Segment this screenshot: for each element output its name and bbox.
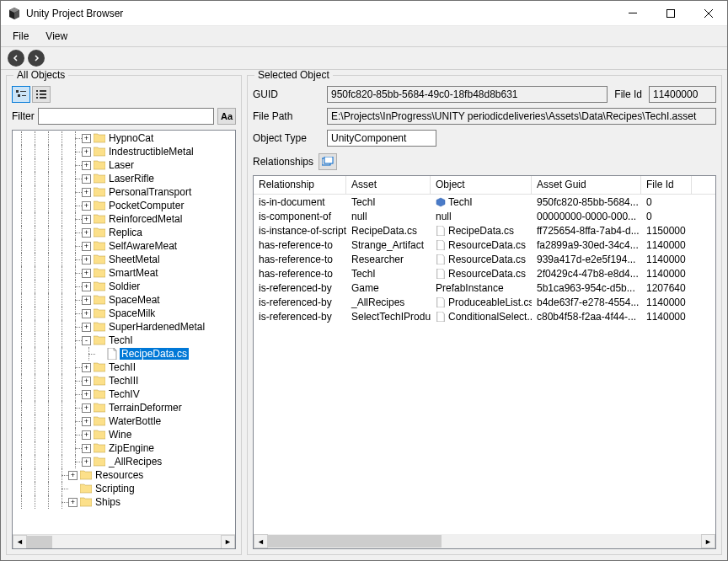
table-body[interactable]: is-in-documentTechITechI950fc820-85bb-56… (254, 195, 715, 534)
expand-icon[interactable]: + (82, 282, 91, 291)
svg-rect-11 (36, 90, 38, 92)
tree-row[interactable]: +Replica (13, 226, 235, 239)
expand-icon[interactable]: + (82, 309, 91, 318)
table-row[interactable]: has-reference-toResearcherResourceData.c… (254, 252, 715, 266)
tree-row[interactable]: +TechII (13, 361, 235, 374)
object-tree[interactable]: +HypnoCat+IndestructibleMetal+Laser+Lase… (13, 131, 235, 534)
menu-file[interactable]: File (4, 28, 37, 45)
expand-icon[interactable]: + (82, 242, 91, 251)
expand-icon[interactable]: + (82, 457, 91, 467)
tree-row[interactable]: +SheetMetal (13, 253, 235, 266)
table-row[interactable]: is-in-documentTechITechI950fc820-85bb-56… (254, 195, 715, 209)
expand-icon[interactable]: + (68, 498, 78, 507)
nav-forward-button[interactable] (28, 50, 45, 67)
expand-icon[interactable]: + (82, 417, 91, 426)
expand-icon[interactable]: + (82, 269, 91, 278)
close-button[interactable] (689, 1, 727, 25)
tree-row[interactable]: +_AllRecipes (13, 455, 235, 468)
scroll-left-icon[interactable]: ◄ (13, 535, 27, 549)
table-row[interactable]: is-referenced-by_AllRecipesProduceableLi… (254, 295, 715, 309)
expand-icon[interactable]: + (82, 390, 91, 399)
expand-icon[interactable]: + (82, 403, 91, 413)
tree-row[interactable]: RecipeData.cs (13, 347, 235, 361)
tree-row[interactable]: +TerrainDeformer (13, 401, 235, 414)
tree-row[interactable]: +ZipEngine (13, 441, 235, 455)
expand-icon[interactable]: + (82, 188, 91, 197)
col-asset[interactable]: Asset (346, 176, 431, 194)
filepath-field[interactable] (327, 108, 716, 125)
scroll-right-icon[interactable]: ► (221, 535, 235, 549)
table-row[interactable]: has-reference-toTechIResourceData.cs2f04… (254, 266, 715, 280)
expand-icon[interactable]: + (82, 430, 91, 440)
tree-row[interactable]: +PocketComputer (13, 199, 235, 212)
tree-row[interactable]: -TechI (13, 334, 235, 347)
expand-icon[interactable]: + (68, 471, 78, 480)
tree-row[interactable]: +Resources (13, 468, 235, 482)
tree-label: RecipeData.cs (120, 348, 189, 360)
tree-row[interactable]: +Ships (13, 495, 235, 509)
expand-icon[interactable]: + (82, 228, 91, 238)
scroll-right-icon[interactable]: ► (701, 534, 715, 548)
fileid-field[interactable] (649, 86, 716, 103)
tree-row[interactable]: +TechIII (13, 374, 235, 387)
expand-icon[interactable]: + (82, 215, 91, 224)
minimize-button[interactable] (613, 1, 651, 25)
tree-row[interactable]: +SpaceMeat (13, 293, 235, 307)
tree-row[interactable]: +WaterBottle (13, 414, 235, 428)
tree-row[interactable]: +ReinforcedMetal (13, 212, 235, 226)
expand-icon[interactable]: + (82, 444, 91, 453)
col-object[interactable]: Object (431, 176, 532, 194)
tree-hscrollbar[interactable]: ◄ ► (13, 534, 235, 548)
tree-row[interactable]: +IndestructibleMetal (13, 145, 235, 158)
collapse-icon[interactable]: - (82, 336, 91, 345)
cell-object: ResourceData.cs (431, 254, 532, 265)
expand-icon[interactable]: + (82, 161, 91, 170)
table-row[interactable]: is-component-ofnullnull00000000-0000-000… (254, 209, 715, 223)
table-row[interactable]: is-referenced-byGamePrefabInstance5b1ca9… (254, 280, 715, 295)
tree-row[interactable]: +SuperHardenedMetal (13, 320, 235, 334)
tree-row[interactable]: +PersonalTransport (13, 185, 235, 199)
col-file-id[interactable]: File Id (641, 176, 692, 194)
table-row[interactable]: has-reference-toStrange_ArtifactResource… (254, 238, 715, 252)
expand-icon[interactable]: + (82, 174, 91, 184)
tree-row[interactable]: +Wine (13, 428, 235, 441)
objtype-field[interactable] (327, 130, 436, 147)
expand-icon[interactable]: + (82, 323, 91, 332)
menu-view[interactable]: View (37, 28, 76, 45)
toolbar (1, 46, 727, 70)
maximize-button[interactable] (651, 1, 689, 25)
expand-icon[interactable]: + (82, 363, 91, 372)
tree-row[interactable]: +SelfAwareMeat (13, 239, 235, 253)
guid-field[interactable] (327, 86, 608, 103)
tree-row[interactable]: Scripting (13, 482, 235, 495)
tree-label: WaterBottle (107, 415, 163, 427)
tree-row[interactable]: +TechIV (13, 387, 235, 401)
list-view-button[interactable] (32, 86, 51, 103)
cell-fileid: 1140000 (641, 254, 692, 265)
expand-icon[interactable]: + (82, 201, 91, 211)
expand-icon[interactable]: + (82, 147, 91, 157)
nav-back-button[interactable] (8, 50, 24, 67)
cell-object: PrefabInstance (431, 282, 532, 294)
tree-view-button[interactable] (12, 86, 30, 103)
table-hscrollbar[interactable]: ◄ ► (254, 534, 715, 548)
tree-row[interactable]: +Soldier (13, 280, 235, 293)
col-asset-guid[interactable]: Asset Guid (532, 176, 641, 194)
case-sensitive-button[interactable]: Aa (217, 108, 236, 125)
expand-icon[interactable]: + (82, 296, 91, 305)
tree-row[interactable]: +LaserRifle (13, 172, 235, 185)
scroll-left-icon[interactable]: ◄ (254, 534, 268, 548)
expand-icon[interactable]: + (82, 134, 91, 143)
tree-row[interactable]: +HypnoCat (13, 131, 235, 145)
col-relationship[interactable]: Relationship (254, 176, 346, 194)
tree-row[interactable]: +Laser (13, 158, 235, 172)
cell-relationship: is-referenced-by (254, 297, 346, 308)
relationships-expand-button[interactable] (318, 153, 337, 170)
table-row[interactable]: is-referenced-bySelectTechIProducerCondi… (254, 309, 715, 323)
expand-icon[interactable]: + (82, 255, 91, 264)
tree-row[interactable]: +SpaceMilk (13, 307, 235, 320)
expand-icon[interactable]: + (82, 377, 91, 386)
filter-input[interactable] (38, 108, 214, 125)
tree-row[interactable]: +SmartMeat (13, 266, 235, 280)
table-row[interactable]: is-instance-of-scriptRecipeData.csRecipe… (254, 223, 715, 238)
